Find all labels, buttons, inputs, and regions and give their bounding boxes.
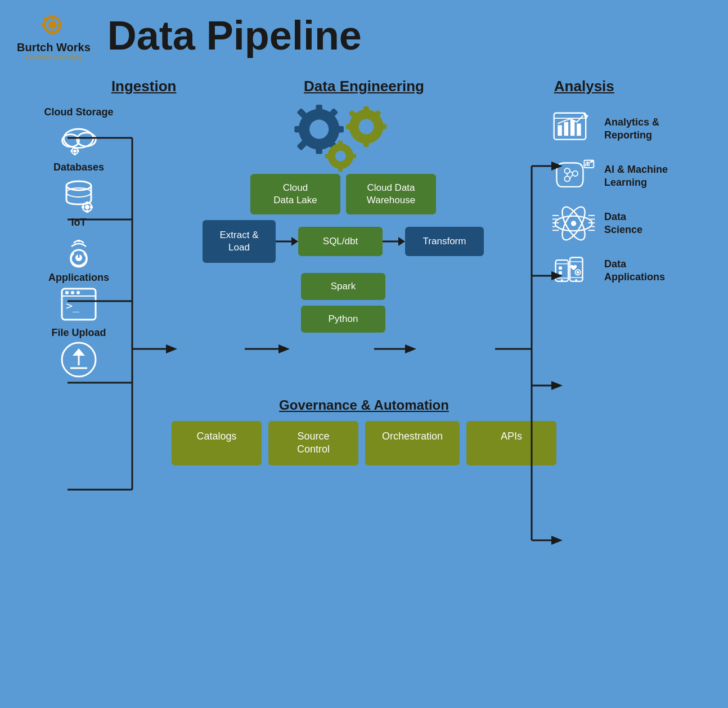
- analytics-label: Analytics &Reporting: [604, 116, 659, 142]
- spark-box: Spark: [301, 273, 385, 300]
- svg-rect-82: [350, 154, 356, 159]
- svg-point-91: [565, 168, 570, 173]
- analysis-ai: AI & MachineLearning: [551, 156, 705, 196]
- ai-icon: [551, 156, 596, 196]
- svg-rect-65: [294, 126, 303, 132]
- svg-point-105: [571, 221, 576, 226]
- apis-box: APIs: [466, 421, 556, 465]
- svg-rect-80: [338, 141, 343, 146]
- applications-icon: >_: [59, 286, 98, 322]
- svg-rect-75: [346, 124, 353, 129]
- svg-point-34: [73, 150, 77, 153]
- governance-boxes: Catalogs SourceControl Orchestration API…: [34, 421, 694, 465]
- transform-box: Transform: [405, 227, 484, 256]
- source-applications: Applications >_: [34, 272, 124, 322]
- orchestration-box: Orchestration: [365, 421, 460, 465]
- extract-load-box: Extract &Load: [203, 220, 276, 263]
- svg-rect-83: [325, 154, 331, 159]
- svg-point-52: [65, 291, 69, 294]
- svg-rect-24: [51, 15, 54, 19]
- ingestion-header: Ingestion: [34, 78, 254, 95]
- svg-point-92: [573, 171, 578, 176]
- data-science-label: DataScience: [604, 210, 642, 237]
- svg-point-40: [66, 188, 91, 197]
- file-upload-icon: [59, 341, 98, 378]
- svg-rect-25: [51, 30, 54, 35]
- cloud-data-lake-box: CloudData Lake: [250, 174, 340, 214]
- extract-to-sql-arrow: [276, 236, 298, 247]
- source-control-box: SourceControl: [268, 421, 358, 465]
- svg-line-94: [570, 171, 573, 174]
- svg-marker-21: [551, 536, 563, 545]
- engineering-column: CloudData Lake Cloud DataWarehouse Extra…: [203, 101, 484, 333]
- cloud-storage-icon: [59, 120, 98, 157]
- svg-rect-89: [577, 124, 581, 136]
- svg-rect-36: [74, 153, 76, 155]
- svg-point-71: [359, 119, 374, 135]
- data-science-icon: [551, 204, 596, 243]
- svg-rect-125: [559, 271, 562, 275]
- data-apps-icon: [551, 251, 596, 290]
- svg-rect-37: [71, 150, 73, 153]
- svg-point-79: [335, 151, 346, 162]
- svg-rect-63: [316, 145, 322, 154]
- svg-marker-58: [73, 348, 85, 356]
- svg-rect-38: [77, 150, 79, 153]
- svg-rect-62: [316, 105, 322, 113]
- cloud-data-warehouse-box: Cloud DataWarehouse: [346, 174, 436, 214]
- svg-rect-44: [86, 210, 88, 213]
- data-apps-label: DataApplications: [604, 258, 665, 284]
- middle-row: Extract &Load SQL/dbt Transform: [203, 220, 484, 263]
- svg-rect-86: [558, 125, 562, 136]
- svg-point-54: [77, 291, 80, 294]
- databases-icon: [59, 176, 98, 212]
- svg-rect-81: [338, 166, 343, 172]
- analysis-header: Analysis: [474, 78, 694, 95]
- databases-label: Databases: [53, 162, 104, 173]
- engineering-header: Data Engineering: [254, 78, 474, 95]
- logo-sub: Executive Recruiting: [25, 54, 82, 61]
- source-iot: IoT: [34, 217, 124, 267]
- svg-rect-27: [57, 23, 61, 26]
- analytics-icon: [551, 109, 596, 149]
- iot-icon: [59, 231, 98, 267]
- analysis-analytics: Analytics &Reporting: [551, 109, 705, 149]
- svg-point-61: [309, 120, 329, 139]
- svg-rect-73: [363, 140, 369, 147]
- cloud-storage-label: Cloud Storage: [44, 106, 113, 118]
- iot-label: IoT: [71, 217, 87, 228]
- main-title: Data Pipeline: [107, 15, 362, 56]
- sqldbt-box: SQL/dbt: [298, 227, 383, 256]
- svg-rect-72: [363, 106, 369, 114]
- svg-rect-43: [86, 201, 88, 204]
- svg-point-49: [78, 240, 80, 242]
- svg-point-123: [575, 279, 577, 281]
- svg-point-93: [565, 176, 570, 181]
- ai-label: AI & MachineLearning: [604, 163, 668, 190]
- analysis-data-science: DataScience: [551, 204, 705, 243]
- svg-line-96: [570, 174, 573, 179]
- svg-rect-64: [335, 126, 344, 132]
- svg-point-119: [561, 279, 563, 281]
- source-cloud-storage: Cloud Storage: [34, 106, 124, 157]
- svg-rect-74: [379, 124, 387, 129]
- governance-section: Governance & Automation Catalogs SourceC…: [0, 386, 728, 465]
- svg-point-23: [48, 21, 56, 29]
- analysis-column: Analytics &Reporting: [495, 101, 705, 290]
- svg-rect-26: [41, 23, 46, 26]
- svg-point-53: [71, 291, 74, 294]
- applications-label: Applications: [48, 272, 109, 284]
- svg-rect-124: [559, 266, 562, 270]
- catalogs-box: Catalogs: [172, 421, 262, 465]
- sql-to-transform-arrow: [383, 236, 405, 247]
- columns-header: Ingestion Data Engineering Analysis: [0, 66, 728, 95]
- logo-area: Burtch Works Executive Recruiting: [17, 10, 91, 61]
- governance-title: Governance & Automation: [34, 397, 694, 413]
- svg-rect-46: [90, 206, 93, 208]
- python-box: Python: [301, 306, 385, 333]
- svg-point-127: [577, 271, 579, 274]
- analysis-data-apps: DataApplications: [551, 251, 705, 290]
- file-upload-label: File Upload: [51, 327, 106, 339]
- ingestion-column: Cloud Storage Databases: [23, 101, 135, 378]
- source-file-upload: File Upload: [34, 327, 124, 378]
